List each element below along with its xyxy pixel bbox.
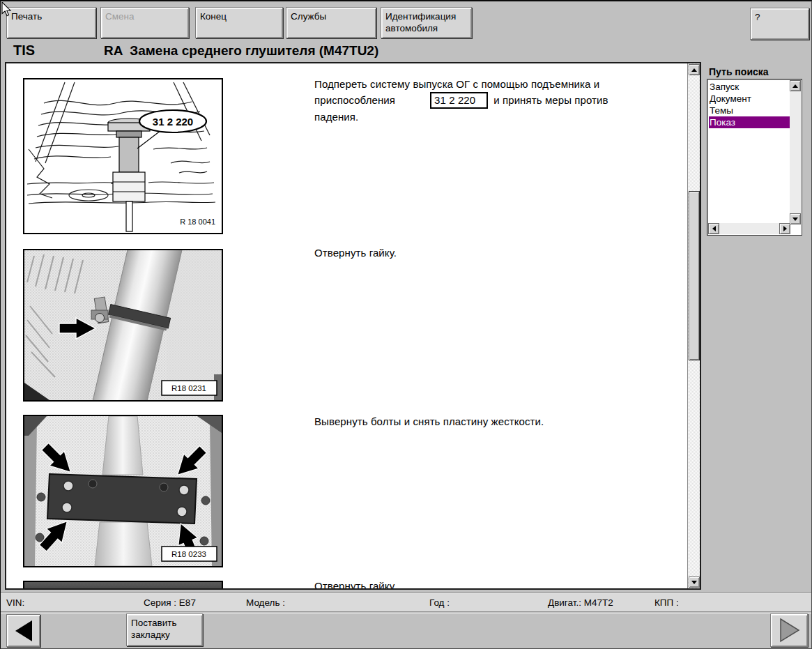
scrollbar-thumb[interactable] [689, 191, 700, 360]
help-button[interactable]: ? [750, 8, 809, 40]
tis-window: Печать Смена Конец Службы Идентификация … [0, 0, 812, 649]
listbox-scroll-right-button[interactable] [779, 223, 790, 234]
mouse-cursor [1, 2, 13, 17]
vehicle-status-bar: VIN: Серия : E87 Модель : Год : Двигат.:… [1, 592, 812, 612]
figure-caption: R18 0233 [171, 550, 206, 558]
scroll-down-button[interactable] [689, 577, 700, 588]
search-path-items: Запуск Документ Темы Показ [709, 81, 790, 128]
vehicle-identification-button-label: Идентификация автомобиля [385, 10, 467, 34]
set-bookmark-button[interactable]: Поставить закладку [126, 613, 203, 646]
listbox-scroll-up-button[interactable] [790, 80, 801, 91]
figure-caption: R18 0231 [171, 384, 206, 392]
engine-label: Двигат.: M47T2 [548, 597, 613, 608]
app-name: TIS [13, 43, 35, 59]
down-arrow-icon [691, 581, 697, 584]
step1-instruction: Подпереть систему выпуска ОГ с помощью п… [314, 76, 649, 125]
print-button-label: Печать [11, 10, 42, 22]
scroll-up-button[interactable] [689, 64, 700, 75]
end-button[interactable]: Конец [195, 7, 283, 38]
vehicle-identification-button[interactable]: Идентификация автомобиля [381, 7, 472, 38]
vin-label: VIN: [6, 597, 24, 608]
step3-instruction: Вывернуть болты и снять пластину жесткос… [314, 413, 649, 429]
year-label: Год : [429, 597, 450, 608]
listbox-scroll-left-button[interactable] [708, 223, 719, 234]
step4-instruction-clipped: Отвернуть гайку [314, 578, 649, 590]
tool-callout-label: 31 2 220 [153, 116, 193, 128]
figure-step4-clipped [23, 581, 223, 590]
up-arrow-icon [691, 68, 697, 72]
right-arrow-icon [783, 226, 787, 231]
down-arrow-icon [792, 217, 798, 221]
figure-caption: R 18 0041 [180, 217, 215, 226]
print-button[interactable]: Печать [6, 7, 96, 38]
change-button[interactable]: Смена [100, 7, 189, 38]
step2-instruction: Отвернуть гайку. [314, 245, 649, 261]
end-button-label: Конец [200, 10, 227, 22]
services-button-label: Службы [291, 10, 326, 22]
step1-line2-before: приспособления [314, 94, 395, 106]
back-button[interactable] [6, 614, 40, 647]
change-button-label: Смена [105, 10, 135, 22]
search-path-listbox: Запуск Документ Темы Показ [707, 79, 802, 236]
tool-reference-link[interactable]: 31 2 220 [430, 92, 488, 109]
listbox-horizontal-scrollbar[interactable] [708, 223, 790, 234]
page-title: RA Замена среднего глушителя (M47TU2) [104, 43, 378, 59]
back-arrow-icon [13, 619, 34, 643]
list-item-dokument[interactable]: Документ [709, 93, 790, 105]
list-item-zapusk[interactable]: Запуск [709, 81, 790, 93]
listbox-vertical-scrollbar[interactable] [790, 80, 801, 224]
model-label: Модель : [246, 597, 285, 608]
figure-step2: R18 0231 [23, 249, 223, 402]
list-item-temy[interactable]: Темы [709, 105, 790, 116]
step1-line1: Подпереть систему выпуска ОГ с помощью п… [314, 76, 649, 92]
up-arrow-icon [792, 84, 798, 88]
services-button[interactable]: Службы [286, 7, 376, 38]
forward-arrow-icon [777, 617, 801, 643]
content-scrollbar[interactable] [687, 63, 700, 588]
step1-line2: приспособления31 2 220и принять меры про… [314, 92, 649, 125]
series-label: Серия : E87 [144, 597, 196, 608]
set-bookmark-button-label: Поставить закладку [131, 617, 198, 641]
forward-button[interactable] [770, 613, 808, 647]
footer-bar: Поставить закладку [1, 613, 812, 649]
list-item-pokaz[interactable]: Показ [709, 116, 790, 128]
figure-step3: R18 0233 [23, 415, 223, 567]
help-button-label: ? [755, 11, 760, 23]
left-arrow-icon [712, 226, 716, 231]
document-content: 31 2 220 R 18 0041 Подпереть систему вып… [5, 62, 701, 590]
figure-step1: 31 2 220 R 18 0041 [23, 78, 223, 234]
search-path-title: Путь поиска [709, 66, 769, 77]
listbox-scroll-down-button[interactable] [790, 213, 801, 224]
transmission-label: КПП : [654, 597, 679, 608]
